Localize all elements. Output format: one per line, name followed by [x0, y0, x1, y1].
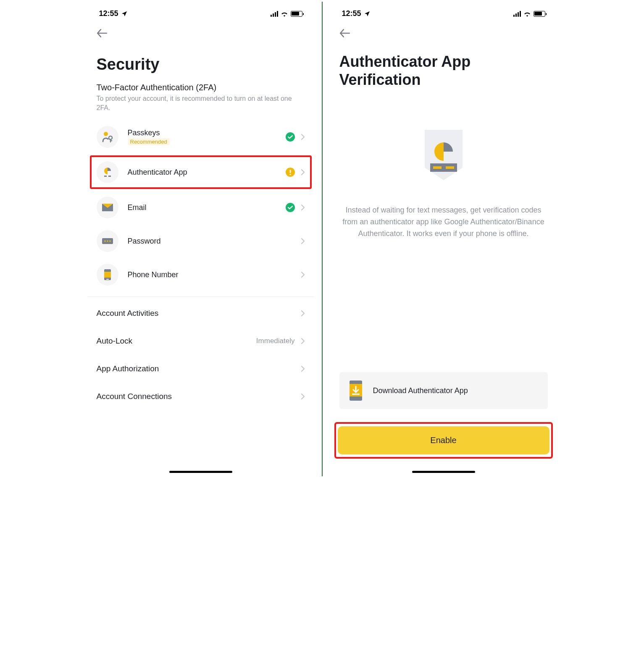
authenticator-illustration	[330, 95, 557, 193]
svg-point-13	[109, 241, 111, 242]
page-title: Authenticator App Verification	[330, 43, 557, 95]
wifi-icon	[523, 11, 531, 17]
status-time: 12:55	[342, 9, 361, 18]
row-label: App Authorization	[97, 364, 301, 373]
row-app-authorization[interactable]: App Authorization	[87, 355, 314, 383]
chevron-right-icon	[301, 271, 305, 278]
chevron-right-icon	[301, 338, 305, 344]
screen-security: 12:55 Security Two-Factor Authentication…	[87, 2, 314, 476]
svg-rect-18	[433, 166, 442, 169]
setting-item-phone[interactable]: Phone Number	[87, 258, 314, 291]
chevron-right-icon	[301, 310, 305, 317]
svg-rect-6	[289, 170, 291, 173]
location-icon	[121, 10, 128, 17]
chevron-right-icon	[301, 134, 305, 140]
setting-label: Phone Number	[128, 270, 301, 279]
status-bar: 12:55	[87, 2, 314, 21]
setting-item-email[interactable]: Email	[87, 191, 314, 224]
back-icon[interactable]	[339, 29, 350, 37]
back-icon[interactable]	[97, 29, 108, 37]
battery-icon	[291, 11, 302, 17]
chevron-right-icon	[301, 238, 305, 244]
setting-label: Passkeys	[128, 129, 286, 137]
row-label: Account Activities	[97, 309, 301, 318]
section-description: To protect your account, it is recommend…	[87, 93, 314, 121]
cellular-icon	[271, 11, 278, 17]
alert-circle-icon	[286, 168, 295, 177]
recommended-badge: Recommended	[128, 138, 170, 145]
download-authenticator-card[interactable]: Download Authenticator App	[339, 372, 548, 409]
setting-label: Email	[128, 203, 286, 212]
cellular-icon	[513, 11, 521, 17]
svg-rect-4	[108, 176, 111, 177]
svg-point-0	[104, 132, 108, 136]
phone-icon	[97, 264, 118, 286]
svg-point-11	[104, 241, 106, 242]
screens-divider	[322, 2, 323, 476]
screen-authenticator-verification: 12:55 Authenticator App Verification Ins…	[330, 2, 557, 476]
row-value: Immediately	[256, 337, 295, 345]
row-label: Account Connections	[97, 392, 301, 401]
check-circle-icon	[286, 203, 295, 212]
setting-item-authenticator[interactable]: Authenticator App	[87, 155, 314, 189]
setting-label: Authenticator App	[128, 168, 286, 177]
authenticator-icon	[97, 161, 118, 183]
svg-rect-19	[446, 166, 454, 169]
home-indicator	[412, 471, 475, 473]
setting-label: Password	[128, 237, 301, 246]
row-account-connections[interactable]: Account Connections	[87, 383, 314, 410]
row-auto-lock[interactable]: Auto-Lock Immediately	[87, 327, 314, 355]
enable-button[interactable]: Enable	[338, 426, 549, 454]
chevron-right-icon	[301, 169, 305, 176]
email-icon	[97, 197, 118, 218]
chevron-right-icon	[301, 204, 305, 211]
home-indicator	[169, 471, 232, 473]
download-phone-icon	[347, 380, 365, 402]
divider	[87, 297, 314, 297]
row-account-activities[interactable]: Account Activities	[87, 299, 314, 327]
svg-rect-3	[104, 176, 107, 177]
svg-rect-16	[106, 279, 109, 280]
wifi-icon	[281, 11, 288, 17]
page-title: Security	[87, 43, 314, 81]
check-circle-icon	[286, 132, 295, 142]
passkeys-icon	[97, 126, 118, 148]
chevron-right-icon	[301, 365, 305, 372]
setting-item-password[interactable]: Password	[87, 224, 314, 258]
svg-point-12	[107, 241, 108, 242]
setting-item-passkeys[interactable]: Passkeys Recommended	[87, 120, 314, 154]
row-label: Auto-Lock	[97, 336, 256, 346]
status-time: 12:55	[99, 9, 118, 18]
svg-point-7	[289, 174, 291, 175]
download-label: Download Authenticator App	[373, 386, 468, 395]
svg-rect-22	[352, 394, 360, 395]
svg-rect-15	[104, 272, 111, 278]
location-icon	[364, 10, 371, 17]
status-bar: 12:55	[330, 2, 557, 21]
section-label: Two-Factor Authentication (2FA)	[87, 81, 314, 93]
chevron-right-icon	[301, 393, 305, 400]
battery-icon	[534, 11, 545, 17]
description-text: Instead of waiting for text messages, ge…	[330, 193, 557, 240]
password-icon	[97, 230, 118, 252]
